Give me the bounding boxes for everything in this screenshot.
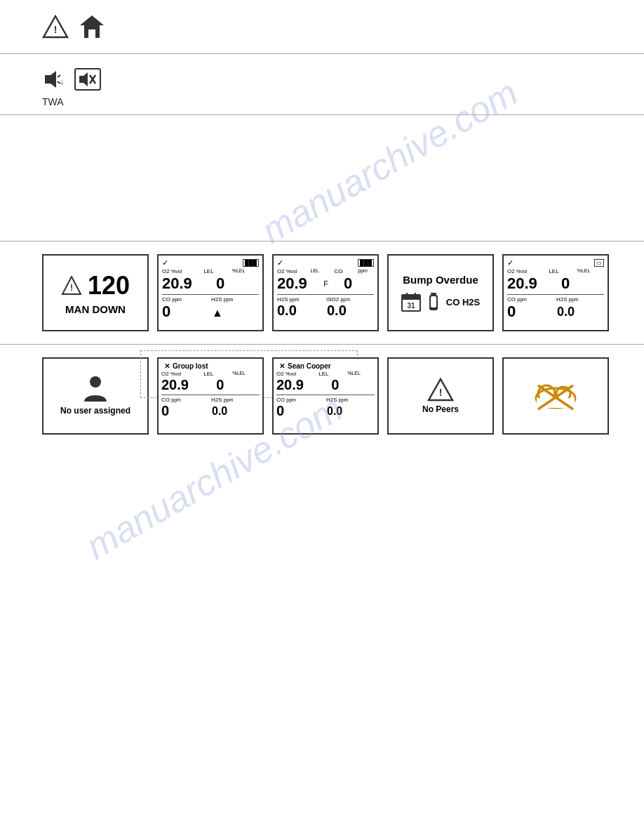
svg-text:!: !: [70, 283, 73, 293]
co-value-sc: 0: [276, 403, 324, 419]
sound-icons-row: ↓: [42, 61, 602, 93]
battery-icon-2: ███: [358, 259, 374, 267]
nlel-label-1: %LEL: [232, 268, 259, 274]
no-peers-card: ! No Peers: [387, 357, 494, 435]
h2s-value-sc: 0.0: [327, 405, 375, 418]
svg-marker-6: [45, 71, 56, 88]
co-value-1: 0: [162, 303, 209, 321]
svg-rect-21: [431, 293, 436, 295]
cards-row2-section: No user assigned ✕ Group lost O2 %vol LE…: [0, 345, 644, 447]
o2-label-2: O2 %vol: [277, 268, 309, 274]
co-label-3: CO ppm: [507, 296, 555, 303]
lel-label-sc: LEL: [318, 371, 346, 377]
h2s-value-3: 0.0: [557, 305, 604, 319]
top-icons-row: !: [42, 10, 602, 44]
o2-label-3: O2 %vol: [507, 268, 547, 274]
o2-label-gl: O2 %vol: [161, 371, 202, 377]
mandown-warning-icon: !: [61, 276, 82, 296]
mandown-label: MAN DOWN: [65, 303, 126, 315]
nlel-label-3: %LEL: [577, 268, 604, 274]
co-label-gl: CO ppm: [161, 397, 210, 403]
h2s-value-2: 0.0: [277, 303, 324, 319]
lel-value-2: 0: [344, 274, 374, 293]
svg-rect-23: [431, 296, 436, 307]
cloud-crossed-card: [502, 357, 609, 435]
o2-value-sc: 20.9: [276, 377, 328, 393]
check-icon-2: ✓: [277, 258, 283, 267]
cards-row2: No user assigned ✕ Group lost O2 %vol LE…: [42, 357, 616, 435]
lel-label-1: LEL: [203, 268, 230, 274]
gas-card-1: ✓ ███ O2 %vol LEL %LEL 20.9 0 CO ppm: [157, 254, 264, 331]
tx-icon-group: ✕: [164, 362, 170, 370]
group-lost-card: ✕ Group lost O2 %vol LEL %LEL 20.9 0 CO …: [157, 357, 264, 435]
co-label-2: CO: [334, 268, 356, 274]
cards-row1: ! 120 MAN DOWN ✓ ███ O2 %vol LEL %LEL: [42, 254, 616, 331]
co-value-gl: 0: [161, 403, 209, 419]
mandown-card: ! 120 MAN DOWN: [42, 254, 149, 331]
battery-icon-1: ███: [243, 259, 259, 267]
sean-cooper-name: Sean Cooper: [288, 362, 331, 370]
lel-value-1: 0: [216, 274, 259, 293]
svg-text:!: !: [439, 387, 443, 398]
h2s-label-sc: H2S ppm: [326, 397, 375, 403]
o2-label-sc: O2 %vol: [276, 371, 317, 377]
house-arrow-icon: [77, 14, 107, 39]
svg-rect-4: [88, 29, 95, 38]
h2s-label-gl: H2S ppm: [211, 397, 260, 403]
lel-value-3: 0: [561, 274, 604, 293]
o2-value-2: 20.9: [277, 274, 322, 293]
svg-text:!: !: [54, 24, 58, 35]
co-value-2: 0.0: [327, 303, 374, 319]
battery-icon-3: ▭: [594, 259, 604, 267]
check-icon-1: ✓: [162, 258, 168, 267]
lel-value-sc: 0: [331, 377, 375, 393]
person-icon: [83, 375, 108, 403]
nlel-label-sc: %LEL: [347, 371, 375, 377]
calendar-icon: 31: [401, 292, 421, 312]
o2-value-gl: 20.9: [161, 377, 213, 393]
h2s-label-2: H2S ppm: [277, 296, 325, 303]
nouser-text: No user assigned: [60, 406, 130, 417]
h2s-value-gl: 0.0: [212, 405, 260, 418]
warning-triangle-icon: !: [42, 15, 69, 39]
gas-cylinder-icon: [428, 292, 439, 312]
nlel-label-gl: %LEL: [232, 371, 260, 377]
sound-down-icon: ↓: [42, 69, 67, 90]
section-icons: !: [0, 0, 644, 54]
co-label-sc: CO ppm: [276, 397, 325, 403]
svg-marker-2: [80, 15, 104, 25]
lel-value-gl: 0: [216, 377, 260, 393]
iso2-label-2: ISO2 ppm: [326, 296, 374, 303]
lel-label-2: LEL: [311, 268, 333, 274]
bump-overdue-card: Bump Overdue 31: [387, 254, 494, 331]
mandown-number: 120: [88, 271, 130, 300]
o2-value-1: 20.9: [162, 274, 213, 293]
lel-label-3: LEL: [549, 268, 575, 274]
group-lost-name: Group lost: [173, 362, 208, 370]
co-label-1: CO ppm: [162, 296, 210, 303]
spacer-section: [0, 115, 644, 241]
cards-row1-section: ! 120 MAN DOWN ✓ ███ O2 %vol LEL %LEL: [0, 241, 644, 345]
bump-gas-labels: CO H2S: [446, 297, 480, 307]
f-label-2: F: [323, 279, 342, 288]
bump-title: Bump Overdue: [403, 274, 478, 286]
lel-label-gl: LEL: [203, 371, 231, 377]
sean-cooper-card: ✕ Sean Cooper O2 %vol LEL %LEL 20.9 0 CO…: [272, 357, 379, 435]
o2-value-3: 20.9: [507, 274, 558, 293]
svg-point-24: [90, 376, 101, 388]
sound-mute-icon: [74, 68, 101, 91]
tx-icon-sean: ✕: [279, 362, 285, 370]
h2s-label-3: H2S ppm: [556, 296, 604, 303]
svg-text:↓: ↓: [60, 77, 65, 86]
check-icon-3: ✓: [507, 258, 514, 267]
svg-marker-11: [79, 72, 88, 86]
o2-label-1: O2 %vol: [162, 268, 202, 274]
bump-icons-row: 31 CO H2S: [401, 292, 480, 312]
h2s-value-1: ▲: [212, 304, 259, 319]
cloud-crossed-icon: [531, 378, 580, 413]
svg-text:31: 31: [407, 302, 415, 310]
gas-card-3: ✓ ▭ O2 %vol LEL %LEL 20.9 0 CO ppm H2S p…: [502, 254, 609, 331]
section-sound: ↓ TWA: [0, 54, 644, 115]
h2s-label-1: H2S ppm: [211, 296, 259, 303]
gas-card-2: ✓ ███ O2 %vol LEL CO ppm 20.9 F 0 H2S pp…: [272, 254, 379, 331]
